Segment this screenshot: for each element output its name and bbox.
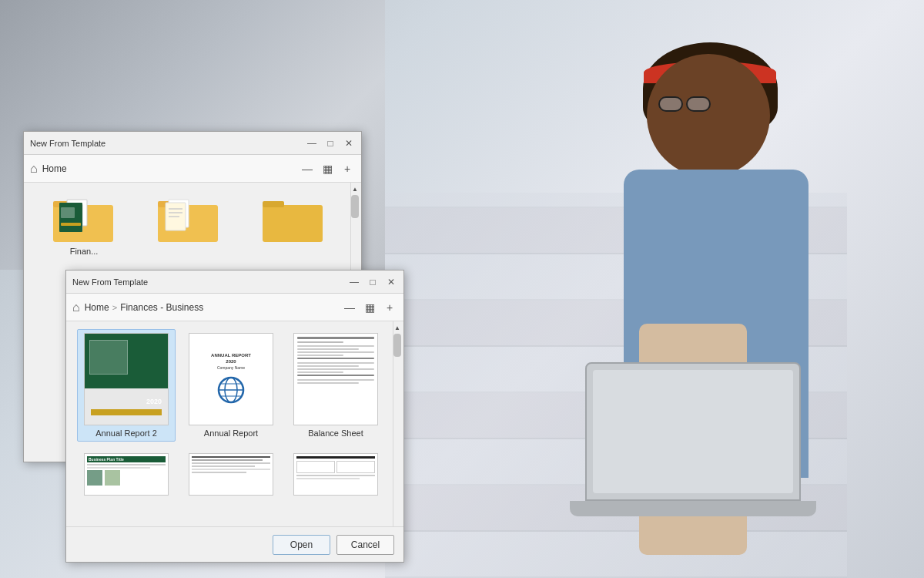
template-item-r2[interactable] <box>182 449 280 499</box>
r2-line-2 <box>192 459 263 461</box>
balance-line-10 <box>297 368 374 370</box>
thumb-bp-header: Business Plan Title <box>87 456 166 462</box>
close-btn-back[interactable]: ✕ <box>343 137 355 150</box>
nav-grid-btn-front[interactable]: ▦ <box>362 300 377 315</box>
balance-line-7 <box>297 358 374 359</box>
nav-actions-front: — ▦ + <box>342 300 397 315</box>
breadcrumb-front: Home > Finances - Business <box>85 302 337 313</box>
bp-line-2 <box>87 467 150 469</box>
balance-line-5 <box>297 351 374 353</box>
thumb-annual2-img <box>89 340 128 375</box>
thumb-annual2-year: 2020 <box>146 398 162 405</box>
title-bar-controls-back: — □ ✕ <box>306 137 355 150</box>
balance-line-1 <box>297 337 374 339</box>
balance-line-3 <box>297 345 374 347</box>
template-thumb-r2 <box>189 453 273 496</box>
cancel-button[interactable]: Cancel <box>336 535 394 555</box>
folder-item-3[interactable] <box>244 190 343 259</box>
r2-line-5 <box>192 469 270 470</box>
balance-line-12 <box>297 375 374 376</box>
template-label-balance: Balance Sheet <box>308 428 363 438</box>
breadcrumb-sep-front: > <box>112 303 117 312</box>
nav-minus-btn-back[interactable]: — <box>300 161 315 176</box>
thumb-balance-visual <box>294 334 377 425</box>
template-label-annual2: Annual Report 2 <box>95 428 157 438</box>
breadcrumb-folder-front[interactable]: Finances - Business <box>120 302 203 313</box>
r3-col-1 <box>296 461 335 473</box>
laptop <box>585 362 801 501</box>
template-thumb-annual: ANNUAL REPORT2020Company Name <box>189 333 273 425</box>
balance-line-8 <box>297 362 374 364</box>
template-thumb-annual2: 2020 <box>84 333 169 425</box>
thumb-r3-visual <box>294 454 377 495</box>
title-bar-back: New From Template — □ ✕ <box>24 132 361 155</box>
scrollbar-up-back[interactable]: ▲ <box>350 183 360 195</box>
template-item-r3[interactable] <box>286 449 385 499</box>
folder-item-2[interactable] <box>139 190 238 259</box>
thumb-r2-visual <box>189 454 273 495</box>
thumb-annual-visual: ANNUAL REPORT2020Company Name <box>189 334 273 425</box>
thumb-annual2-visual: 2020 <box>85 334 168 425</box>
folder-icon-2 <box>158 193 219 244</box>
laptop-base <box>570 501 816 516</box>
folder-svg-2 <box>158 193 219 244</box>
nav-bar-front: ⌂ Home > Finances - Business — ▦ + <box>66 294 403 321</box>
balance-line-11 <box>297 371 343 373</box>
person-figure <box>485 39 832 563</box>
folder-item-1[interactable]: Finan... <box>35 190 133 259</box>
maximize-btn-back[interactable]: □ <box>324 137 336 150</box>
bp-photo-2 <box>105 470 120 486</box>
scrollbar-up-front[interactable]: ▲ <box>393 321 402 334</box>
template-item-annual[interactable]: ANNUAL REPORT2020Company Name Annual Rep… <box>182 329 280 442</box>
close-btn-front[interactable]: ✕ <box>385 276 397 288</box>
home-icon-front[interactable]: ⌂ <box>72 301 80 314</box>
dialog-front: New From Template — □ ✕ ⌂ Home > Finance… <box>65 270 404 563</box>
nav-bar-back: ⌂ Home — ▦ + <box>24 155 361 183</box>
template-grid-front: 2020 Annual Report 2 ANNUAL REPORT2020Co… <box>66 321 403 449</box>
svg-rect-14 <box>263 205 323 242</box>
dialog-front-title: New From Template <box>72 277 148 287</box>
nav-minus-btn-front[interactable]: — <box>342 300 357 315</box>
template-item-balance[interactable]: Balance Sheet <box>286 329 385 442</box>
template-item-bp[interactable]: Business Plan Title <box>77 449 176 499</box>
r2-line-6 <box>192 472 246 473</box>
balance-line-14 <box>297 382 359 384</box>
r3-line-1 <box>296 456 375 459</box>
thumb-bp-visual: Business Plan Title <box>85 454 168 495</box>
open-button[interactable]: Open <box>273 535 330 555</box>
svg-rect-15 <box>263 201 284 207</box>
folder-svg-3 <box>263 193 324 244</box>
globe-icon <box>216 375 246 405</box>
nav-plus-btn-front[interactable]: + <box>382 300 397 315</box>
r2-line-3 <box>192 462 270 464</box>
title-bar-controls-front: — □ ✕ <box>348 276 397 288</box>
template-thumb-balance <box>293 333 378 425</box>
breadcrumb-home-front[interactable]: Home <box>85 302 109 313</box>
person-head <box>647 54 770 177</box>
nav-grid-btn-back[interactable]: ▦ <box>320 161 335 176</box>
folder-icon-1 <box>53 193 115 244</box>
balance-line-6 <box>297 355 343 356</box>
scrollbar-thumb-back[interactable] <box>351 195 359 218</box>
template-item-annual2[interactable]: 2020 Annual Report 2 <box>77 329 176 442</box>
title-bar-front: New From Template — □ ✕ <box>66 271 403 294</box>
folder-grid-back: Finan... <box>24 183 361 267</box>
bp-line-1 <box>87 464 166 465</box>
bp-photo-1 <box>87 470 102 486</box>
balance-line-9 <box>297 365 359 367</box>
minimize-btn-back[interactable]: — <box>306 137 318 150</box>
template-partial-row: Business Plan Title <box>66 449 403 499</box>
folder-svg-1 <box>53 193 115 244</box>
breadcrumb-back: Home <box>42 163 295 174</box>
breadcrumb-home-back[interactable]: Home <box>42 163 67 174</box>
scrollbar-thumb-front[interactable] <box>393 334 401 357</box>
scrollbar-front[interactable]: ▲ ▼ <box>393 321 402 541</box>
r2-line-4 <box>192 465 255 467</box>
r3-line-2 <box>296 475 375 476</box>
r3-line-3 <box>296 478 360 479</box>
home-icon-back[interactable]: ⌂ <box>30 162 38 176</box>
minimize-btn-front[interactable]: — <box>348 276 360 288</box>
dialog-back-title: New From Template <box>30 139 105 148</box>
nav-plus-btn-back[interactable]: + <box>340 161 355 176</box>
maximize-btn-front[interactable]: □ <box>367 276 379 288</box>
